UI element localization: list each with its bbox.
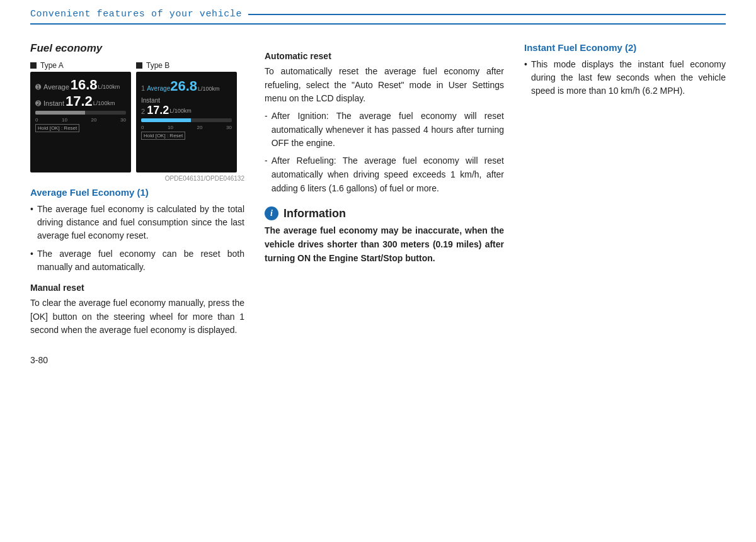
info-box-header: i Information xyxy=(265,206,504,220)
info-box: i Information The average fuel economy m… xyxy=(265,206,504,265)
panel-a: ➊ Average 16.8 L/100km ➋ Instant 17.2 L/… xyxy=(30,72,131,172)
panel-b-hold: Hold [OK] : Reset xyxy=(141,133,232,138)
panel-a-label2: Instant xyxy=(43,99,64,107)
panel-b-instant-section: Instant 2 17.2 L/100km xyxy=(141,97,232,116)
panel-b-progress-fill xyxy=(141,118,191,122)
panel-a-progress xyxy=(35,111,126,115)
panel-b-square xyxy=(136,62,142,69)
dash-item-2: - After Refueling: The average fuel econ… xyxy=(265,154,504,195)
dash-text-2: After Refueling: The average fuel econom… xyxy=(272,154,504,195)
panel-a-unit2: L/100km xyxy=(93,98,115,108)
panel-b-label1: Average xyxy=(147,85,170,92)
panel-b-ticks: 0 10 20 30 xyxy=(141,125,232,130)
panel-a-value1: 16.8 xyxy=(71,78,98,92)
panel-b-progress xyxy=(141,118,232,122)
info-box-title: Information xyxy=(284,207,346,220)
panel-a-square xyxy=(30,62,37,69)
panel-b-unit2: L/100km xyxy=(169,106,192,116)
panel-a-row1: ➊ Average 16.8 L/100km xyxy=(35,78,126,92)
panel-a-row2: ➋ Instant 17.2 L/100km xyxy=(35,94,126,108)
info-icon: i xyxy=(265,206,278,220)
dash-2: - xyxy=(265,154,268,195)
panel-a-value2: 17.2 xyxy=(66,94,93,108)
left-column: Fuel economy Type A ➊ Average 16.8 xyxy=(30,42,244,365)
panel-a-unit1: L/100km xyxy=(98,82,120,92)
panel-a-hold: Hold [OK] : Reset xyxy=(35,125,126,131)
right-bullet-1: • This mode displays the instant fuel ec… xyxy=(524,58,726,98)
panel-a-num2: ➋ xyxy=(35,99,41,108)
page-number: 3-80 xyxy=(30,355,244,365)
panel-a-label: Type A xyxy=(30,61,131,70)
dash-list: - After Ignition: The average fuel econo… xyxy=(265,110,504,195)
panel-b-value2: 17.2 xyxy=(147,104,169,116)
mid-column: Automatic reset To automatically reset t… xyxy=(265,42,504,265)
panel-b-value1: 26.8 xyxy=(170,78,197,94)
panel-b-row1: 1 Average 26.8 L/100km xyxy=(141,78,232,94)
manual-reset-title: Manual reset xyxy=(30,283,244,293)
panel-b-num2: 2 xyxy=(141,108,145,115)
bullet-text-2: The average fuel economy can be reset bo… xyxy=(37,247,244,274)
panel-b-num1: 1 xyxy=(141,84,145,92)
avg-fuel-title: Average Fuel Economy (1) xyxy=(30,187,244,198)
right-bullets: • This mode displays the instant fuel ec… xyxy=(524,58,726,98)
panel-b-row2: 2 17.2 L/100km xyxy=(141,104,232,116)
panel-b-instant-label: Instant xyxy=(141,97,232,104)
panel-b-label: Type B xyxy=(136,61,237,70)
main-content: Fuel economy Type A ➊ Average 16.8 xyxy=(30,42,726,365)
bullet-dot-1: • xyxy=(30,203,33,242)
panel-a-num1: ➊ xyxy=(35,83,41,91)
right-bullet-text-1: This mode displays the instant fuel econ… xyxy=(531,58,726,98)
panel-a-ticks: 0 10 20 30 xyxy=(35,117,126,123)
bullet-item-1: • The average fuel economy is calculated… xyxy=(30,203,244,242)
auto-reset-title: Automatic reset xyxy=(265,51,504,61)
auto-reset-intro: To automatically reset the average fuel … xyxy=(265,65,504,106)
panels-container: Type A ➊ Average 16.8 L/100km ➋ xyxy=(30,61,244,172)
page-header: Convenient features of your vehicle xyxy=(30,0,726,25)
dash-item-1: - After Ignition: The average fuel econo… xyxy=(265,110,504,150)
right-title: Instant Fuel Economy (2) xyxy=(524,42,726,53)
panel-b-wrapper: Type B 1 Average 26.8 L/100km Instant xyxy=(136,61,237,172)
section-title: Fuel economy xyxy=(30,42,244,55)
panel-b-unit1: L/100km xyxy=(198,83,220,94)
dash-text-1: After Ignition: The average fuel economy… xyxy=(272,110,504,150)
header-line xyxy=(248,14,726,15)
bullet-item-2: • The average fuel economy can be reset … xyxy=(30,247,244,274)
opde-label: OPDE046131/OPDE046132 xyxy=(30,175,244,182)
dash-1: - xyxy=(265,110,268,150)
right-bullet-dot-1: • xyxy=(524,58,527,98)
avg-fuel-bullets: • The average fuel economy is calculated… xyxy=(30,203,244,274)
panel-b: 1 Average 26.8 L/100km Instant 2 17.2 L/… xyxy=(136,72,237,172)
bullet-text-1: The average fuel economy is calculated b… xyxy=(37,203,244,242)
right-column: Instant Fuel Economy (2) • This mode dis… xyxy=(524,42,726,103)
bullet-dot-2: • xyxy=(30,247,33,274)
info-body: The average fuel economy may be inaccura… xyxy=(265,224,504,265)
panel-a-progress-fill xyxy=(35,111,85,115)
panel-a-label1: Average xyxy=(43,83,69,91)
panel-a-wrapper: Type A ➊ Average 16.8 L/100km ➋ xyxy=(30,61,131,172)
manual-reset-text: To clear the average fuel economy manual… xyxy=(30,296,244,337)
header-title: Convenient features of your vehicle xyxy=(30,9,242,20)
